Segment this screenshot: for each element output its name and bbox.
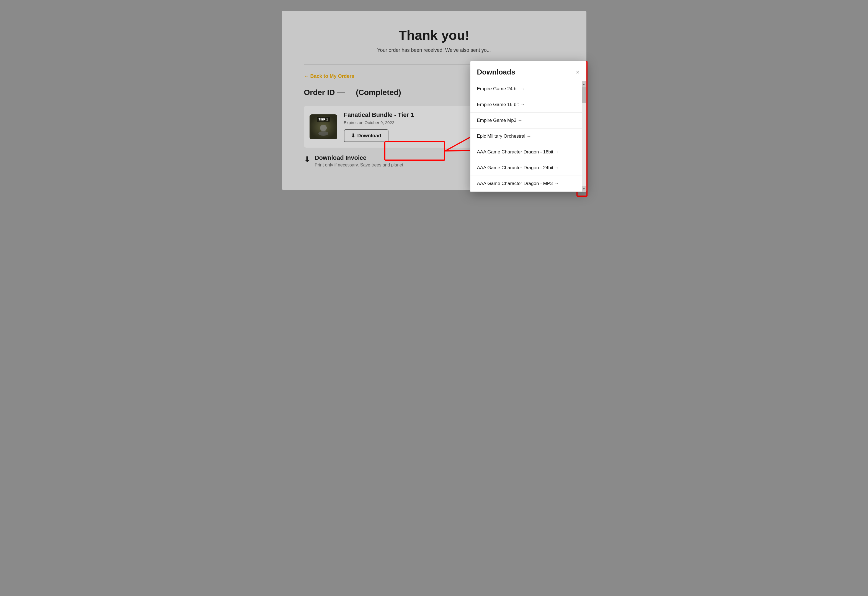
download-list-item[interactable]: AAA Game Character Dragon - 16bit → — [470, 144, 586, 160]
scrollbar-track: ▲ ▼ — [582, 81, 586, 192]
download-icon: ⬇ — [351, 133, 355, 139]
product-thumbnail: TIER 1 — [310, 114, 337, 139]
main-content: Thank you! Your order has been received!… — [282, 11, 586, 190]
page-wrapper: Thank you! Your order has been received!… — [282, 11, 586, 190]
page-title: Thank you! — [304, 28, 564, 43]
back-to-orders-link[interactable]: ← Back to My Orders — [304, 73, 354, 79]
popup-header: Downloads × — [470, 61, 586, 81]
invoice-text: Download Invoice Print only if necessary… — [315, 154, 404, 167]
downloads-popup: Downloads × ▲ ▼ Empire Game 24 bit →Empi… — [470, 61, 586, 192]
download-button[interactable]: ⬇ Download — [344, 129, 388, 142]
download-items-container: Empire Game 24 bit →Empire Game 16 bit →… — [470, 81, 586, 192]
download-list-item[interactable]: Epic Military Orchestral → — [470, 129, 586, 144]
download-list-item[interactable]: Empire Game 24 bit → — [470, 81, 586, 97]
invoice-subtitle: Print only if necessary. Save trees and … — [315, 163, 404, 167]
order-status-badge: (Completed) — [356, 88, 401, 97]
scrollbar-up-button[interactable]: ▲ — [582, 81, 586, 87]
popup-close-button[interactable]: × — [576, 69, 580, 75]
thumbnail-inner: TIER 1 — [310, 114, 337, 139]
downloads-list: ▲ ▼ Empire Game 24 bit →Empire Game 16 b… — [470, 81, 586, 192]
invoice-title[interactable]: Download Invoice — [315, 154, 404, 161]
svg-point-1 — [319, 131, 328, 136]
download-list-item[interactable]: AAA Game Character Dragon - 24bit → — [470, 160, 586, 176]
scrollbar-down-button[interactable]: ▼ — [582, 186, 586, 192]
popup-title: Downloads — [477, 68, 515, 77]
invoice-icon: ⬇ — [304, 155, 310, 164]
thumbnail-icon — [316, 123, 330, 137]
download-list-item[interactable]: Empire Game 16 bit → — [470, 97, 586, 113]
download-list-item[interactable]: Empire Game Mp3 → — [470, 113, 586, 129]
download-btn-label: Download — [357, 133, 381, 139]
order-subtitle: Your order has been received! We've also… — [304, 47, 564, 53]
order-id-label: Order ID — — [304, 88, 345, 97]
scrollbar-thumb[interactable] — [582, 87, 586, 103]
tier-badge: TIER 1 — [317, 117, 329, 122]
svg-point-0 — [320, 125, 327, 131]
download-list-item[interactable]: AAA Game Character Dragon - MP3 → — [470, 176, 586, 192]
